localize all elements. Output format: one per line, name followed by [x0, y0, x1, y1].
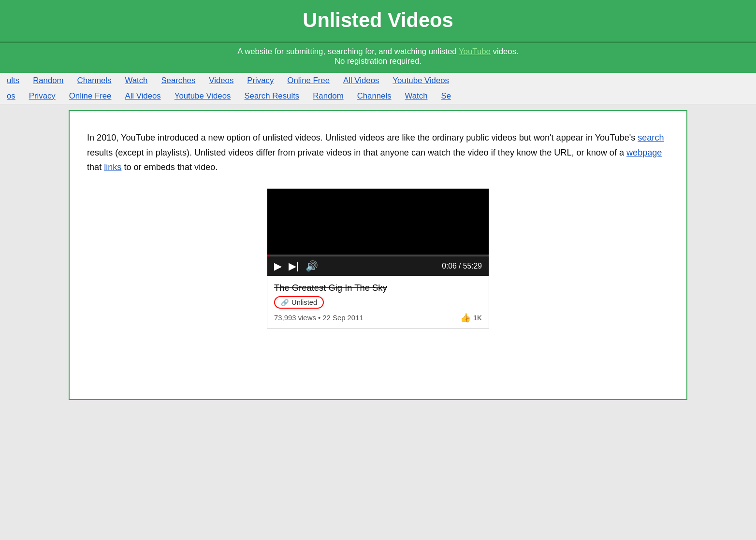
nav-link-os[interactable]: os [7, 91, 15, 101]
link-icon: 🔗 [281, 299, 289, 306]
video-date: 22 Sep 2011 [322, 314, 363, 322]
nav-link-channels[interactable]: Channels [77, 76, 112, 85]
nav-link-youtube-videos[interactable]: Youtube Videos [174, 91, 231, 101]
nav-link-watch[interactable]: Watch [125, 76, 147, 85]
meta-separator: • [318, 314, 322, 322]
nav-row-2: osPrivacyOnline FreeAll VideosYoutube Vi… [0, 88, 756, 104]
intro-paragraph: In 2010, YouTube introduced a new option… [87, 130, 669, 175]
nav-link-videos[interactable]: Videos [209, 76, 233, 85]
like-section: 👍 1K [460, 313, 482, 323]
webpage-link[interactable]: webpage [626, 148, 662, 157]
video-progress-bar[interactable] [267, 255, 489, 256]
unlisted-label: Unlisted [291, 298, 317, 306]
nav-link-all-videos[interactable]: All Videos [125, 91, 160, 101]
subtitle-text-before: A website for submitting, searching for,… [237, 47, 459, 56]
video-time: 0:06 / 55:29 [442, 262, 482, 270]
nav-link-search-results[interactable]: Search Results [244, 91, 299, 101]
nav-link-online-free[interactable]: Online Free [287, 76, 330, 85]
intro-part4: to or embeds that video. [121, 162, 218, 172]
nav-link-youtube-videos[interactable]: Youtube Videos [393, 76, 449, 85]
skip-icon[interactable]: ▶| [289, 260, 299, 272]
video-controls: ▶ ▶| 🔊 0:06 / 55:29 [267, 256, 489, 276]
video-title: The Greatest Gig In The Sky [274, 283, 482, 293]
intro-part2: results (except in playlists). Unlisted … [87, 148, 626, 157]
play-icon[interactable]: ▶ [274, 260, 282, 272]
intro-part1: In 2010, YouTube introduced a new option… [87, 133, 638, 142]
unlisted-badge: 🔗 Unlisted [274, 296, 324, 309]
nav-link-all-videos[interactable]: All Videos [343, 76, 379, 85]
like-count: 1K [473, 314, 482, 322]
nav-link-online-free[interactable]: Online Free [69, 91, 112, 101]
header-subtitle: A website for submitting, searching for,… [0, 43, 756, 73]
nav-link-privacy[interactable]: Privacy [247, 76, 274, 85]
header-banner: Unlisted Videos [0, 0, 756, 43]
main-content: In 2010, YouTube introduced a new option… [69, 110, 687, 400]
nav-link-se[interactable]: Se [441, 91, 451, 101]
thumbs-up-icon[interactable]: 👍 [460, 313, 471, 323]
video-card: ▶ ▶| 🔊 0:06 / 55:29 The Greatest Gig In … [267, 188, 489, 328]
video-player: ▶ ▶| 🔊 0:06 / 55:29 [267, 189, 489, 276]
site-title: Unlisted Videos [5, 9, 751, 32]
youtube-link[interactable]: YouTube [459, 47, 491, 56]
nav-row-1: ultsRandomChannelsWatchSearchesVideosPri… [0, 73, 756, 88]
search-link[interactable]: search [638, 133, 664, 142]
nav-link-ults[interactable]: ults [7, 76, 19, 85]
volume-icon[interactable]: 🔊 [305, 260, 318, 272]
video-meta: 73,993 views • 22 Sep 2011 👍 1K [274, 313, 482, 323]
nav-link-watch[interactable]: Watch [405, 91, 428, 101]
video-info: The Greatest Gig In The Sky 🔗 Unlisted 7… [267, 276, 489, 328]
links-link[interactable]: links [104, 162, 121, 172]
video-card-wrapper: ▶ ▶| 🔊 0:06 / 55:29 The Greatest Gig In … [87, 188, 669, 328]
nav-bar: ultsRandomChannelsWatchSearchesVideosPri… [0, 73, 756, 104]
video-views: 73,993 views [274, 314, 316, 322]
unlisted-badge-row: 🔗 Unlisted [274, 296, 482, 309]
video-views-date: 73,993 views • 22 Sep 2011 [274, 314, 363, 322]
nav-link-random[interactable]: Random [33, 76, 63, 85]
nav-link-random[interactable]: Random [313, 91, 343, 101]
video-progress-fill [267, 255, 270, 256]
nav-link-channels[interactable]: Channels [357, 91, 392, 101]
intro-part3: that [87, 162, 104, 172]
nav-link-searches[interactable]: Searches [161, 76, 195, 85]
nav-link-privacy[interactable]: Privacy [29, 91, 56, 101]
